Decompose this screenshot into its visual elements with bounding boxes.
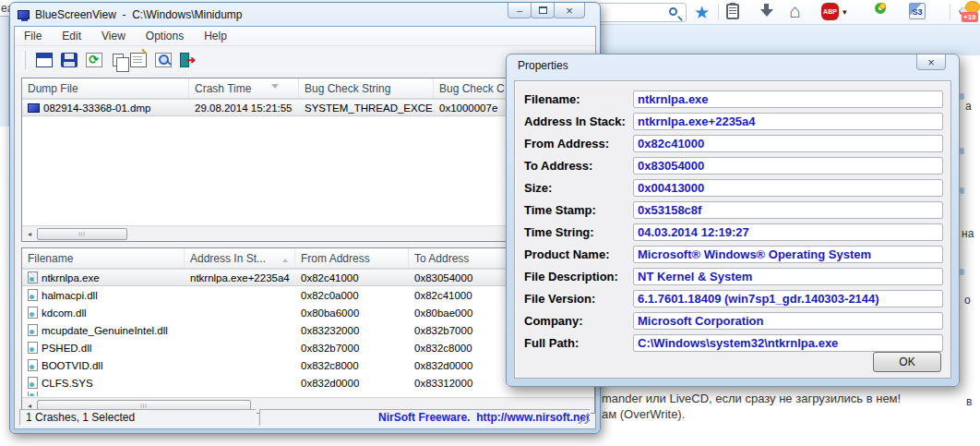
field-label: Size:: [524, 181, 552, 195]
app-monitor-icon: [18, 10, 30, 19]
menubar: File Edit View Options Help: [15, 27, 595, 46]
field-size: Size:: [515, 179, 950, 198]
module-file-icon: [28, 359, 38, 371]
page-text-fragment: на: [962, 227, 974, 240]
field-value-input[interactable]: [633, 201, 943, 219]
page-text-line: mander или LiveCD, если сразу не загрузи…: [602, 392, 901, 405]
dialog-fields-panel: Filename: Address In Stack: From Address…: [514, 80, 951, 379]
adblock-abp-icon[interactable]: ABP: [821, 3, 839, 20]
field-file-version: File Version:: [515, 290, 950, 308]
page-text-fragment: а: [965, 100, 972, 113]
save-icon[interactable]: [61, 53, 78, 67]
field-label: Time String:: [524, 225, 594, 239]
column-header-address-in-stack[interactable]: Address In St...: [185, 248, 295, 268]
field-to-address: To Address:: [515, 157, 950, 175]
field-product-name: Product Name:: [515, 246, 950, 264]
menu-item-file[interactable]: File: [24, 30, 42, 42]
page-bullet: [960, 187, 964, 194]
page-text-fragment: о: [964, 294, 971, 307]
field-address-in-stack: Address In Stack:: [515, 113, 950, 131]
page-bullet: [960, 93, 964, 100]
field-value-input[interactable]: [633, 135, 943, 152]
exit-icon[interactable]: [180, 53, 189, 67]
window-title: BlueScreenView - C:\Windows\Minidump: [35, 8, 243, 21]
page-bullet: [960, 269, 964, 275]
column-header-filename[interactable]: Filename: [22, 248, 185, 268]
column-header-dump-file[interactable]: Dump File: [22, 78, 189, 98]
sort-descending-icon: [271, 84, 279, 92]
scrollbar-thumb[interactable]: |||: [37, 228, 127, 240]
scroll-left-icon[interactable]: ◂: [22, 226, 37, 241]
module-file-icon: [28, 271, 38, 283]
green-ring-icon[interactable]: [875, 3, 886, 14]
caption-buttons: – ×: [508, 3, 585, 18]
search-input[interactable]: [598, 3, 687, 22]
page-text-fragment: в: [966, 395, 972, 408]
window-titlebar[interactable]: BlueScreenView - C:\Windows\Minidump: [18, 7, 243, 22]
browser-left-edge: [0, 16, 9, 127]
download-arrow-icon[interactable]: [760, 4, 773, 18]
field-label: File Description:: [524, 270, 618, 283]
field-value-input[interactable]: [633, 312, 943, 330]
home-icon[interactable]: ⌂: [789, 0, 801, 22]
field-value-input[interactable]: [633, 113, 943, 130]
menu-item-view[interactable]: View: [102, 30, 125, 42]
field-label: Address In Stack:: [524, 115, 626, 128]
status-crash-count: 1 Crashes, 1 Selected: [19, 409, 257, 426]
column-header-from-address[interactable]: From Address: [295, 248, 409, 268]
field-label: Time Stamp:: [524, 203, 596, 217]
module-file-icon: [28, 324, 38, 336]
toolbar-separator: [950, 4, 950, 19]
status-nirsoft-link[interactable]: NirSoft Freeware. http://www.nirsoft.net: [259, 409, 591, 426]
field-value-input[interactable]: [633, 290, 943, 307]
menu-item-help[interactable]: Help: [204, 30, 227, 42]
field-full-path: Full Path:: [515, 334, 950, 353]
ok-button[interactable]: OK: [873, 352, 941, 372]
field-filename: Filename:: [515, 90, 950, 109]
find-icon[interactable]: [155, 53, 172, 67]
s3-translator-icon[interactable]: S3: [909, 3, 926, 19]
properties-icon[interactable]: [130, 53, 147, 67]
field-value-input[interactable]: [633, 246, 943, 263]
column-header-bug-check-string[interactable]: Bug Check String: [299, 78, 434, 98]
copy-icon[interactable]: [113, 54, 124, 66]
field-label: Company:: [524, 314, 583, 328]
toolbar-separator: [718, 4, 719, 19]
menu-item-options[interactable]: Options: [146, 30, 184, 42]
module-file-icon: [28, 342, 38, 354]
field-label: Full Path:: [524, 336, 579, 350]
page-bullet: [960, 148, 964, 154]
bookmark-star-icon[interactable]: ★: [694, 2, 710, 23]
properties-dialog: Properties × Filename: Address In Stack:…: [506, 54, 960, 387]
menu-item-edit[interactable]: Edit: [62, 30, 81, 42]
field-company: Company:: [515, 312, 950, 331]
field-value-input[interactable]: [633, 334, 943, 352]
dialog-title: Properties: [518, 59, 568, 72]
field-label: From Address:: [524, 137, 609, 151]
search-icon: [669, 7, 677, 16]
module-file-icon: [28, 392, 38, 396]
dialog-close-button[interactable]: ×: [916, 54, 946, 70]
field-time-stamp: Time Stamp:: [515, 201, 950, 220]
field-value-input[interactable]: [633, 157, 943, 175]
close-button[interactable]: ×: [554, 3, 585, 18]
field-label: File Version:: [524, 292, 595, 306]
field-time-string: Time String:: [515, 223, 950, 242]
field-value-input[interactable]: [633, 223, 943, 241]
field-file-description: File Description:: [515, 268, 950, 286]
module-file-icon: [28, 289, 38, 301]
nirsoft-link-text[interactable]: NirSoft Freeware. http://www.nirsoft.net: [378, 411, 590, 424]
module-file-icon: [28, 377, 38, 389]
statusbar: 1 Crashes, 1 Selected NirSoft Freeware. …: [19, 409, 591, 426]
page-text-line: ам (OverWrite).: [602, 407, 685, 421]
field-value-input[interactable]: [633, 179, 943, 197]
field-value-input[interactable]: [633, 268, 943, 285]
minimize-button[interactable]: –: [508, 3, 532, 18]
refresh-icon[interactable]: ⟳: [86, 53, 102, 67]
field-value-input[interactable]: [633, 90, 943, 108]
column-header-crash-time[interactable]: Crash Time: [189, 78, 299, 98]
maximize-button[interactable]: [531, 3, 555, 18]
advanced-options-icon[interactable]: [36, 53, 53, 67]
chevron-down-icon[interactable]: ▾: [843, 7, 847, 17]
clipboard-icon[interactable]: [726, 4, 739, 19]
